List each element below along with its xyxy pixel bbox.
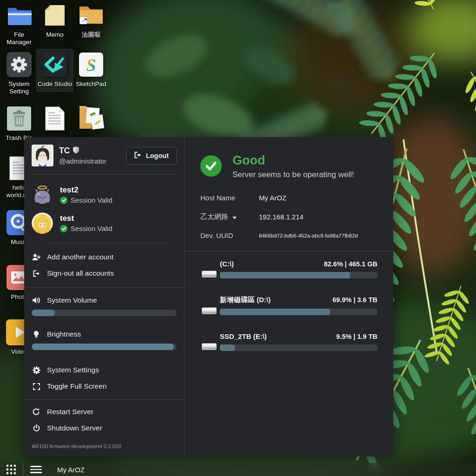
network-dropdown[interactable]: 乙太網路 (200, 212, 259, 221)
desktop-icon-trash[interactable]: Trash Bin (1, 105, 37, 142)
host-name-row: Host Name My ArOZ (200, 194, 377, 202)
desktop-icon-label: SketchPad (73, 80, 109, 88)
account-avatar (32, 184, 53, 205)
shortcut-folder-icon (73, 2, 109, 29)
system-volume-slider[interactable] (32, 310, 177, 316)
gear-icon (32, 366, 41, 374)
session-valid-check-icon (60, 225, 67, 232)
logout-label: Logout (146, 152, 169, 159)
document-icon (37, 105, 73, 132)
desktop-icon-system-setting[interactable]: System Setting (1, 51, 37, 95)
signout-all-label: Sign-out all accounts (47, 269, 114, 278)
disk-usage-fill (220, 309, 330, 315)
account-name: test2 (60, 185, 112, 195)
toggle-fullscreen-item[interactable]: Toggle Full Screen (32, 381, 177, 392)
desktop-icon-sketchpad[interactable]: S SketchPad (73, 51, 109, 88)
disk-usage-bar (220, 309, 377, 315)
username: TC (59, 146, 70, 156)
account-avatar (32, 212, 53, 234)
brightness-fill (32, 344, 174, 350)
disk-row-e: SSD_2TB (E:\) 9.5% | 1.9 TB (200, 332, 377, 355)
system-volume-fill (32, 310, 55, 316)
uuid-label: Dev. UUID (200, 231, 233, 239)
desktop-icon-images-folder[interactable] (73, 103, 109, 130)
divider (32, 174, 177, 175)
person-plus-icon (32, 253, 41, 261)
restart-server-item[interactable]: Restart Server (32, 406, 177, 417)
bulb-icon (32, 331, 41, 338)
admin-shield-icon (73, 146, 79, 156)
host-name-label: Host Name (200, 194, 235, 202)
account-row-test[interactable]: test Session Valid (32, 212, 177, 234)
app-grid-button[interactable] (5, 463, 17, 476)
user-handle: @administrator (59, 157, 120, 165)
trash-icon (1, 105, 37, 132)
user-panel: TC @administrator Logout (24, 137, 184, 456)
desktop-icon-memo[interactable]: Memo (37, 2, 73, 39)
divider (185, 251, 393, 251)
account-row-test2[interactable]: test2 Session Valid (32, 184, 177, 205)
logout-button[interactable]: Logout (126, 147, 177, 165)
user-avatar (32, 145, 53, 166)
taskbar-separator (23, 463, 23, 476)
chevron-down-icon (232, 213, 237, 221)
menu-button[interactable] (29, 464, 43, 475)
disk-usage-bar (220, 272, 377, 278)
power-icon (32, 424, 41, 432)
session-status: Session Valid (71, 196, 112, 204)
disk-name: SSD_2TB (E:\) (220, 332, 267, 340)
disk-usage-fill (220, 272, 350, 278)
desktop-icon-label: File Manager (1, 31, 37, 46)
restart-server-label: Restart Server (47, 408, 93, 416)
uuid-row: Dev. UUID 8466bd72-bdb6-452a-abc9-fa98a7… (200, 231, 377, 240)
desktop-icon-code-studio[interactable]: Code Studio (37, 49, 73, 92)
divider (24, 399, 184, 400)
fullscreen-icon (32, 383, 41, 390)
disk-name: (C:\) (220, 260, 234, 268)
desktop-icon-label: Code Studio (37, 80, 73, 88)
desktop-icon-document[interactable] (37, 105, 73, 132)
firmware-version: AR100 firmware:development 0.2.020 (32, 439, 177, 449)
user-status-panel: TC @administrator Logout (24, 137, 393, 456)
logout-icon (134, 152, 142, 160)
divider (46, 243, 171, 243)
status-ok-check-icon (200, 155, 222, 177)
disk-usage-bar (220, 344, 377, 351)
images-folder-icon (73, 103, 109, 130)
ip-address-value: 192.168.1.214 (259, 213, 304, 221)
taskbar-title: My ArOZ (57, 466, 85, 474)
desktop-icon-label: Memo (37, 31, 73, 39)
disk-usage: 82.6% | 465.1 GB (324, 260, 377, 268)
hard-drive-icon (200, 340, 218, 355)
disk-usage: 9.5% | 1.9 TB (336, 333, 377, 340)
toggle-fullscreen-label: Toggle Full Screen (47, 382, 106, 390)
status-subtitle: Server seems to be operating well! (232, 170, 354, 179)
brightness-slider[interactable] (32, 344, 177, 350)
network-row: 乙太網路 192.168.1.214 (200, 212, 377, 221)
disk-row-c: (C:\) 82.6% | 465.1 GB (200, 260, 377, 283)
shutdown-server-item[interactable]: Shutdown Server (32, 423, 177, 434)
uuid-value: 8466bd72-bdb6-452a-abc9-fa98a77fb82d (259, 233, 358, 238)
disk-name: 新增磁碟區 (D:\) (220, 296, 271, 304)
hard-drive-icon (200, 268, 218, 283)
desktop-icon-shortcut-folder[interactable]: 油圖喔 (73, 2, 109, 39)
system-settings-label: System Settings (47, 366, 99, 374)
signout-all-item[interactable]: Sign-out all accounts (32, 268, 177, 279)
hard-drive-icon (200, 304, 218, 319)
add-account-item[interactable]: Add another account (32, 251, 177, 263)
memo-icon (37, 2, 73, 29)
account-name: test (60, 214, 112, 223)
divider (24, 287, 184, 288)
system-setting-icon (1, 51, 37, 78)
disk-usage-fill (220, 344, 235, 351)
disk-row-d: 新增磁碟區 (D:\) 69.9% | 3.6 TB (200, 296, 377, 319)
desktop-icon-file-manager[interactable]: File Manager (1, 2, 37, 46)
sign-out-icon (32, 270, 41, 277)
desktop-icon-label: System Setting (1, 80, 37, 95)
speaker-icon (32, 297, 41, 304)
session-status: Session Valid (71, 225, 112, 232)
server-status-panel: Good Server seems to be operating well! … (185, 137, 393, 456)
system-settings-item[interactable]: System Settings (32, 364, 177, 376)
host-name-value: My ArOZ (259, 194, 286, 202)
restart-icon (32, 408, 41, 416)
